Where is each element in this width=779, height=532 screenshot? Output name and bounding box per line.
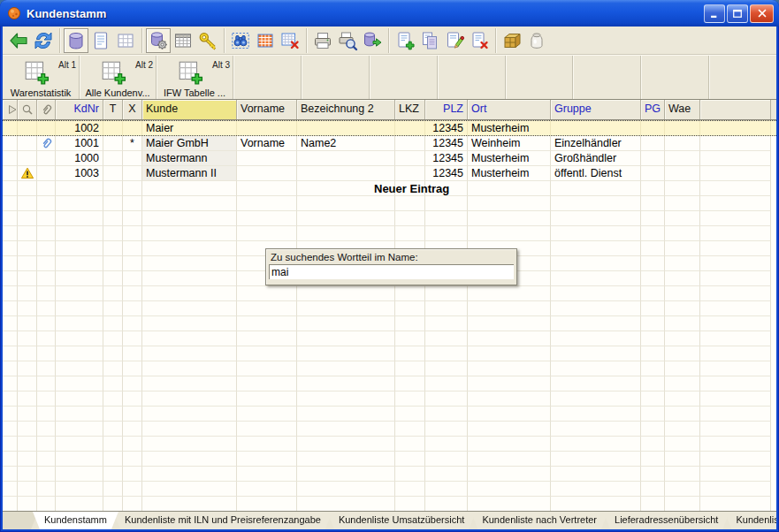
column-header-wae[interactable]: Wae — [665, 100, 700, 119]
grid-button[interactable] — [113, 28, 138, 53]
cell-kunde — [142, 211, 237, 226]
cell-kdnr — [56, 301, 103, 316]
cell-gruppe: öffentl. Dienst — [551, 166, 641, 181]
empty-row[interactable] — [3, 226, 776, 241]
empty-row[interactable] — [3, 286, 776, 301]
column-header-plz[interactable]: PLZ — [425, 100, 468, 119]
database-button[interactable] — [64, 28, 88, 53]
column-header-ort[interactable]: Ort — [468, 100, 551, 119]
cell-ort — [468, 331, 551, 346]
cell-pg — [641, 407, 665, 422]
column-header-kunde[interactable]: Kunde — [142, 100, 237, 119]
column-header-kdnr[interactable]: KdNr — [56, 100, 103, 119]
table-button[interactable] — [171, 28, 195, 53]
jar-button[interactable] — [524, 28, 549, 53]
cell-t — [103, 286, 123, 301]
refresh-button[interactable] — [31, 28, 56, 53]
empty-row[interactable] — [3, 211, 776, 226]
empty-row[interactable] — [3, 346, 776, 361]
minimize-button[interactable] — [704, 4, 725, 23]
alt-button-1[interactable]: Alt 1Warenstatistik — [3, 56, 80, 99]
empty-row[interactable] — [3, 376, 776, 391]
column-header-vorname[interactable]: Vorname — [237, 100, 297, 119]
cell-vorname: Vorname — [237, 136, 297, 151]
magnifier-icon — [21, 103, 34, 116]
record-copy-button[interactable] — [417, 28, 442, 53]
cell-x — [123, 376, 142, 391]
empty-row[interactable] — [3, 316, 776, 331]
search-input[interactable] — [269, 264, 514, 279]
sheet-tab-5[interactable]: Lieferadressenübersicht — [603, 512, 729, 529]
cell-bez2 — [297, 196, 395, 211]
empty-row[interactable] — [3, 361, 776, 376]
empty-row[interactable] — [3, 452, 776, 467]
record-edit-button[interactable] — [442, 28, 467, 53]
find-button[interactable] — [228, 28, 253, 53]
column-header-i1[interactable] — [3, 100, 18, 119]
cell-ort — [468, 497, 551, 511]
cell-i2 — [18, 482, 37, 497]
empty-row[interactable] — [3, 301, 776, 316]
empty-row[interactable] — [3, 497, 776, 511]
cell-t — [103, 422, 123, 437]
new-entry-row[interactable]: Neuer Eintrag — [3, 181, 776, 196]
empty-row[interactable] — [3, 391, 776, 407]
empty-row[interactable] — [3, 437, 776, 452]
cell-ort — [468, 452, 551, 467]
database-gear-button[interactable] — [146, 28, 171, 53]
titlebar[interactable]: Kundenstamm — [0, 0, 779, 27]
maximize-button[interactable] — [727, 4, 748, 23]
table-delete-button[interactable] — [278, 28, 302, 53]
database-export-button[interactable] — [360, 28, 385, 53]
column-header-end[interactable] — [700, 100, 771, 119]
cell-bez2 — [297, 497, 395, 511]
cell-x — [123, 271, 142, 286]
empty-row[interactable] — [3, 196, 776, 211]
record-delete-button[interactable] — [467, 28, 492, 53]
print-preview-button[interactable] — [335, 28, 360, 53]
alt-button-3[interactable]: Alt 3IFW Tabelle ... — [157, 56, 233, 99]
cell-x — [123, 422, 142, 437]
column-header-pg[interactable]: PG — [641, 100, 665, 119]
package-button[interactable] — [500, 28, 524, 53]
column-header-lkz[interactable]: LKZ — [395, 100, 425, 119]
close-button[interactable] — [750, 4, 774, 23]
column-header-x[interactable]: X — [123, 100, 142, 119]
cell-plz — [425, 211, 468, 226]
table-row[interactable]: 1000Mustermann12345MusterheimGroßhändler — [3, 151, 776, 166]
column-header-t[interactable]: T — [103, 100, 123, 119]
cell-i3 — [37, 196, 56, 211]
empty-row[interactable] — [3, 407, 776, 422]
column-header-bez2[interactable]: Bezeichnung 2 — [297, 100, 395, 119]
table-row[interactable]: 1002Maier12345Musterheim — [3, 120, 776, 136]
cell-plz — [425, 346, 468, 361]
key-button[interactable] — [195, 28, 220, 53]
column-header-i3[interactable] — [37, 100, 56, 119]
sheet-tab-1[interactable]: Kundenstamm — [33, 512, 118, 529]
sheet-tab-6[interactable]: Kundenliste Umsatzübersicht nach Monaten — [724, 512, 776, 529]
sheet-tab-3[interactable]: Kundenliste Umsatzübersicht — [327, 512, 476, 529]
sheet-tab-4[interactable]: Kundenliste nach Vertreter — [470, 512, 608, 529]
column-header-i2[interactable] — [18, 100, 37, 119]
empty-row[interactable] — [3, 482, 776, 497]
document-button[interactable] — [88, 28, 113, 53]
back-button[interactable] — [6, 28, 31, 53]
cell-wae — [665, 361, 700, 376]
cell-pg — [641, 467, 665, 482]
record-add-button[interactable] — [393, 28, 417, 53]
cell-end — [700, 497, 771, 511]
empty-row[interactable] — [3, 422, 776, 437]
cell-end — [700, 316, 771, 331]
database-export-icon — [362, 30, 383, 51]
sheet-tab-2[interactable]: Kundenliste mit ILN und Preisreferenzang… — [113, 512, 332, 529]
alt-button-2[interactable]: Alt 2Alle Kundenv... — [80, 56, 157, 99]
warning-icon — [21, 167, 34, 179]
cell-kdnr: 1001 — [56, 136, 103, 151]
empty-row[interactable] — [3, 467, 776, 482]
table-row[interactable]: 1001*Maier GmbHVornameName212345Weinheim… — [3, 136, 776, 151]
table-row[interactable]: 1003Mustermann II12345Musterheimöffentl.… — [3, 166, 776, 181]
empty-row[interactable] — [3, 331, 776, 346]
print-button[interactable] — [310, 28, 335, 53]
table-orange-button[interactable] — [253, 28, 278, 53]
column-header-gruppe[interactable]: Gruppe — [551, 100, 641, 119]
